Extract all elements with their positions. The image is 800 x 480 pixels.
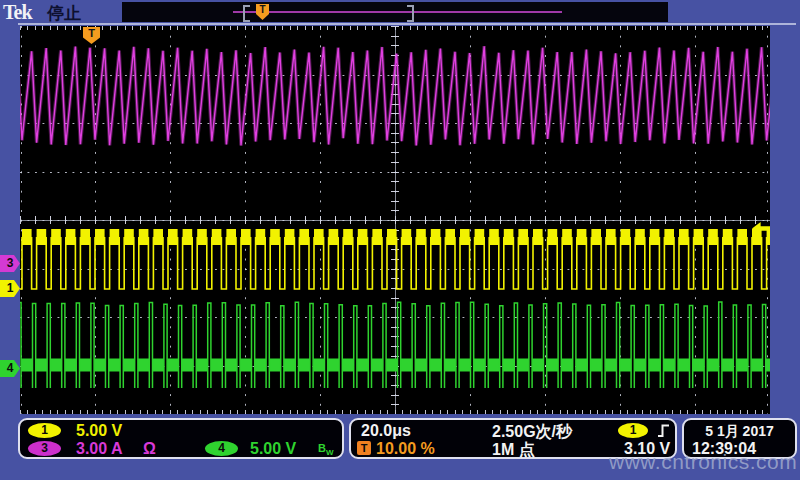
trigger-position-value: 10.00 % xyxy=(376,440,435,458)
rising-edge-icon xyxy=(656,423,671,438)
top-status-bar: Tek 停止 T xyxy=(0,0,800,24)
ch3-ch4-readout-row: 3 3.00 A Ω 4 5.00 V BW xyxy=(20,440,342,458)
ch4-bandwidth-icon: BW xyxy=(318,442,334,457)
record-length-line xyxy=(233,11,562,13)
ch4-ground-marker[interactable]: 4 xyxy=(0,360,20,377)
ch1-readout-row: 1 5.00 V xyxy=(20,422,342,440)
acquisition-status-label: 停止 xyxy=(47,2,81,25)
record-trigger-position-icon: T xyxy=(256,4,269,20)
ch3-ground-marker[interactable]: 3 xyxy=(0,255,20,272)
tek-logo: Tek xyxy=(3,1,32,24)
channel-readout-panel[interactable]: 1 5.00 V 3 3.00 A Ω 4 5.00 V BW xyxy=(18,418,344,459)
date-row: 5 1月 2017 xyxy=(684,422,795,440)
ch3-badge[interactable]: 3 xyxy=(28,441,61,456)
oscilloscope-screen: Tek 停止 T T 3 1 4 1 5.00 V 3 3.00 A Ω 4 5… xyxy=(0,0,800,480)
record-view-bar: T xyxy=(122,2,668,22)
ch3-scale-value: 3.00 A xyxy=(76,440,123,458)
ch3-coupling-ohm-icon: Ω xyxy=(143,440,156,458)
ch4-badge[interactable]: 4 xyxy=(205,441,238,456)
horizontal-row: 20.0μs 2.50G次/秒 1 xyxy=(351,422,675,440)
ch1-badge[interactable]: 1 xyxy=(28,423,61,438)
trigger-position-badge: T xyxy=(357,441,371,455)
trigger-source-badge[interactable]: 1 xyxy=(618,423,648,438)
graticule-top-edge xyxy=(18,23,796,25)
window-bracket-left-icon xyxy=(243,5,250,22)
window-bracket-right-icon xyxy=(407,5,414,22)
ch4-scale-value: 5.00 V xyxy=(250,440,296,458)
timebase-value: 20.0μs xyxy=(361,422,411,440)
record-length-value: 1M 点 xyxy=(492,440,535,461)
site-watermark: www.cntronics.com xyxy=(609,450,797,474)
date-value: 5 1月 2017 xyxy=(705,423,774,439)
ch1-scale-value: 5.00 V xyxy=(76,422,122,440)
waveform-display xyxy=(20,26,770,414)
ch4-waveform xyxy=(20,302,770,388)
ch1-ground-marker[interactable]: 1 xyxy=(0,280,20,297)
waveform-plot xyxy=(20,26,770,414)
